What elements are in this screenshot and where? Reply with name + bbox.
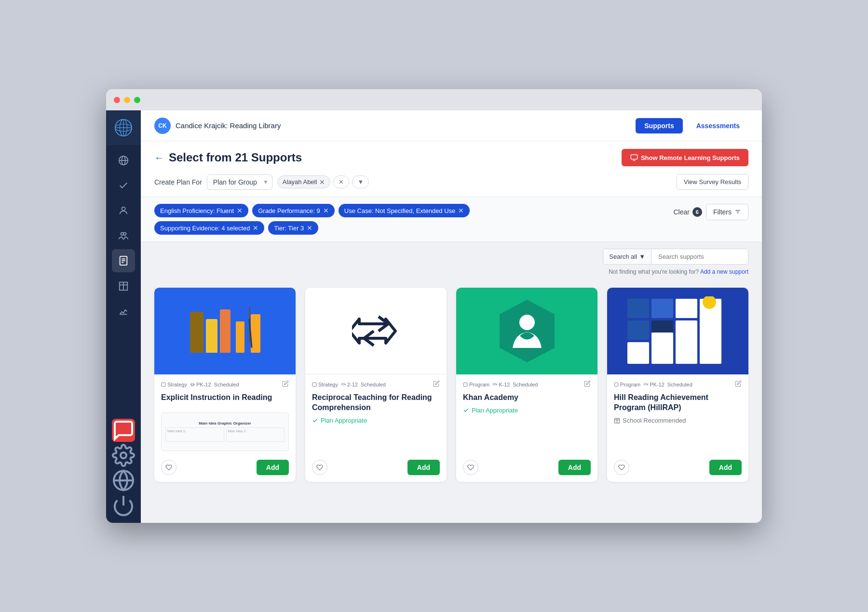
sidebar-item-building[interactable]	[112, 274, 135, 297]
plan-select[interactable]: Plan for Group	[207, 174, 272, 190]
favorite-button-hillrap[interactable]	[614, 460, 629, 475]
page-title-row: ← Select from 21 Supports Show Remote Le…	[154, 149, 748, 166]
sidebar-item-globe2[interactable]	[112, 469, 135, 492]
filter-tag-tier-remove[interactable]: ✕	[307, 224, 312, 232]
edit-icon-explicit[interactable]	[282, 380, 289, 389]
cards-grid: Strategy PK-12 Scheduled	[154, 288, 748, 482]
school-recommended-hillrap: School Recommended	[614, 417, 742, 424]
svg-rect-30	[312, 383, 316, 386]
sidebar-logo[interactable]	[106, 110, 141, 145]
student-tag: Alayah Abell ✕	[277, 175, 331, 188]
edit-icon-reciprocal[interactable]	[433, 380, 440, 389]
svg-point-32	[519, 315, 535, 330]
schedule-badge-k: Scheduled	[513, 382, 538, 387]
back-arrow[interactable]: ←	[154, 152, 164, 163]
plan-appropriate-reciprocal: Plan Appropriate	[312, 417, 440, 424]
top-header: CK Candice Krajcik: Reading Library Supp…	[141, 110, 762, 141]
card-preview-explicit: Main Idea Graphic Organizer Main Idea 1:…	[154, 412, 296, 456]
building-icon	[118, 280, 129, 291]
settings-icon	[112, 444, 135, 467]
khan-logo	[496, 297, 558, 365]
add-button-reciprocal[interactable]: Add	[407, 460, 440, 475]
tag-dropdown-close[interactable]: ✕	[333, 175, 349, 188]
sidebar-item-globe[interactable]	[112, 149, 135, 172]
svg-rect-45	[676, 325, 697, 364]
browser-titlebar	[106, 89, 762, 110]
sidebar-item-chart[interactable]	[112, 299, 135, 322]
add-button-explicit[interactable]: Add	[257, 460, 289, 475]
heart-icon-r	[316, 464, 323, 471]
monitor-icon	[630, 154, 638, 161]
not-finding-text: Not finding what you're looking for? Add…	[141, 267, 762, 280]
schedule-badge: Scheduled	[214, 382, 239, 387]
card-image-explicit	[154, 288, 296, 374]
sidebar-item-power[interactable]	[112, 494, 135, 517]
supports-button[interactable]: Supports	[636, 118, 682, 133]
remote-learning-button[interactable]: Show Remote Learning Supports	[622, 149, 748, 166]
search-input[interactable]	[651, 249, 748, 264]
grade-badge-k: K-12	[492, 382, 510, 387]
filters-button[interactable]: Filters	[706, 204, 748, 220]
tag-dropdown-open[interactable]: ▼	[352, 175, 369, 188]
search-all-button[interactable]: Search all ▼	[603, 249, 651, 264]
checkmark-icon-k	[463, 407, 469, 413]
type-badge-k: Program	[463, 382, 489, 387]
sidebar-item-tasks[interactable]	[112, 174, 135, 197]
svg-point-10	[123, 233, 126, 236]
svg-rect-38	[627, 320, 649, 340]
plan-appropriate-khan: Plan Appropriate	[463, 407, 591, 414]
filter-tag-grade-remove[interactable]: ✕	[323, 207, 329, 214]
search-bar-area: Search all ▼	[141, 242, 762, 267]
svg-rect-44	[651, 333, 673, 364]
filter-tag-usecase: Use Case: Not Specified, Extended Use ✕	[339, 204, 470, 217]
filter-tag-english-remove[interactable]: ✕	[237, 207, 243, 214]
card-badges-reciprocal: Strategy 2-12 Scheduled	[312, 380, 440, 389]
edit-icon-khan[interactable]	[584, 380, 591, 389]
student-tag-container: Alayah Abell ✕ ✕ ▼	[277, 175, 369, 188]
edit-icon-hillrap[interactable]	[735, 380, 742, 389]
grade-icon	[190, 382, 195, 387]
svg-rect-47	[614, 383, 618, 386]
filter-tag-usecase-remove[interactable]: ✕	[458, 207, 464, 214]
add-button-hillrap[interactable]: Add	[709, 460, 742, 475]
favorite-button-reciprocal[interactable]	[312, 460, 327, 475]
user-info: CK Candice Krajcik: Reading Library	[154, 118, 281, 134]
card-body-khan: Program K-12 Scheduled	[456, 374, 597, 456]
card-title-reciprocal: Reciprocal Teaching for Reading Comprehe…	[312, 393, 440, 413]
repeat-illustration	[352, 309, 400, 353]
plan-select-wrapper[interactable]: Plan for Group ▼	[207, 174, 272, 190]
card-body-reciprocal: Strategy 2-12 Scheduled	[305, 374, 447, 456]
sidebar-item-group[interactable]	[112, 224, 135, 247]
add-new-support-link[interactable]: Add a new support	[700, 268, 748, 275]
heart-icon-h	[618, 464, 625, 471]
card-reciprocal: Strategy 2-12 Scheduled	[305, 288, 447, 482]
add-button-khan[interactable]: Add	[558, 460, 591, 475]
clear-button[interactable]: Clear 6	[673, 207, 702, 217]
sidebar-item-settings[interactable]	[112, 444, 135, 467]
view-survey-button[interactable]: View Survey Results	[677, 174, 748, 190]
sidebar	[106, 110, 141, 523]
svg-rect-34	[627, 299, 649, 318]
chat-icon	[112, 419, 135, 442]
header-actions: Supports Assessments	[636, 118, 748, 133]
filter-tag-evidence-remove[interactable]: ✕	[253, 224, 258, 232]
card-hillrap: Program PK-12 Scheduled	[607, 288, 748, 482]
favorite-button-khan[interactable]	[463, 460, 478, 475]
card-footer-explicit: Add	[154, 456, 296, 482]
tl-minimize[interactable]	[124, 97, 130, 103]
sidebar-item-student[interactable]	[112, 199, 135, 222]
power-icon	[112, 494, 135, 517]
assessments-button[interactable]: Assessments	[688, 118, 748, 133]
grade-badge-h: PK-12	[643, 382, 665, 387]
svg-rect-23	[631, 155, 637, 159]
cards-area: Strategy PK-12 Scheduled	[141, 280, 762, 523]
tl-maximize[interactable]	[134, 97, 140, 103]
student-tag-remove[interactable]: ✕	[319, 179, 325, 186]
chart-icon	[118, 306, 129, 316]
program-icon-h	[614, 382, 619, 387]
sidebar-item-chat[interactable]	[112, 419, 135, 442]
card-badges-explicit: Strategy PK-12 Scheduled	[161, 380, 289, 389]
favorite-button-explicit[interactable]	[161, 460, 176, 475]
tl-close[interactable]	[114, 97, 120, 103]
sidebar-item-document[interactable]	[112, 249, 135, 272]
